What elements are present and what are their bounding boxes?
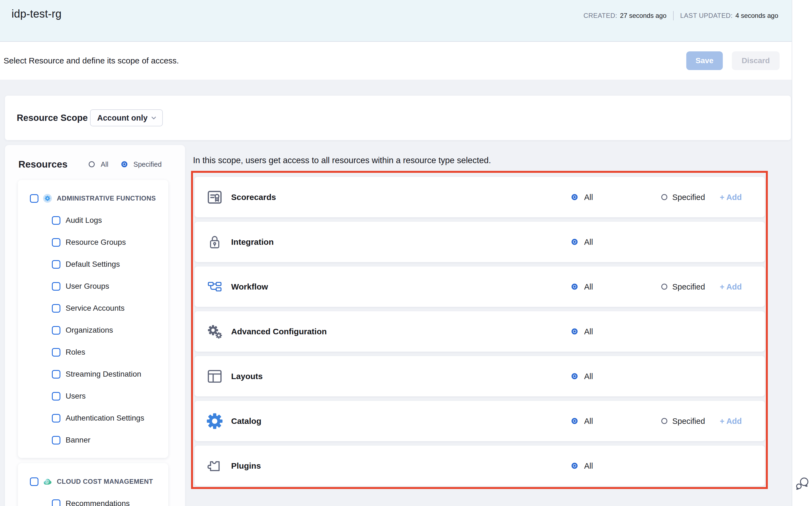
resource-item-row: Banner [18, 429, 168, 451]
radio-option-all[interactable]: All [572, 237, 593, 246]
scope-intro-text: In this scope, users get access to all r… [193, 156, 491, 165]
radio-option-label: All [584, 282, 593, 291]
resource-type-name: Workflow [231, 282, 268, 291]
resource-item-row: Streaming Destination [18, 363, 168, 385]
item-checkbox[interactable] [52, 436, 61, 444]
resource-group-page: idp-test-rg CREATED: 27 seconds ago LAST… [0, 0, 812, 506]
resources-mode-specified[interactable]: Specified [121, 157, 162, 172]
radio-selected[interactable] [572, 194, 578, 200]
item-checkbox[interactable] [52, 282, 61, 290]
group-label: CLOUD COST MANAGEMENT [57, 478, 153, 485]
item-checkbox[interactable] [52, 216, 61, 225]
radio-option-all[interactable]: All [572, 461, 593, 470]
resource-type-row: ScorecardsAllSpecified+ Add [195, 177, 765, 217]
resource-type-row: Advanced ConfigurationAll [195, 311, 765, 352]
radio-option-specified[interactable]: Specified [661, 192, 705, 202]
resource-item-row: User Groups [18, 275, 168, 297]
group-checkbox[interactable] [30, 478, 38, 486]
resource-type-name: Layouts [231, 372, 263, 381]
instruction-text: Select Resource and define its scope of … [4, 56, 179, 65]
item-label: Recommendations [66, 499, 129, 506]
resource-group-header: ADMINISTRATIVE FUNCTIONS [18, 187, 168, 209]
radio-option-all[interactable]: All [572, 416, 593, 425]
radio-option-all[interactable]: All [572, 327, 593, 336]
svg-text:$: $ [46, 480, 48, 484]
radio-option-all[interactable]: All [572, 282, 593, 291]
item-checkbox[interactable] [52, 348, 61, 356]
item-checkbox[interactable] [52, 260, 61, 269]
chevron-down-icon [150, 114, 157, 121]
page-title: idp-test-rg [11, 8, 62, 20]
radio-specified[interactable] [121, 161, 127, 167]
radio-option-label: All [584, 416, 593, 425]
radio-option-label: All [584, 461, 593, 470]
resource-type-name: Integration [231, 237, 274, 247]
item-label: Banner [66, 436, 90, 444]
radio-unselected[interactable] [661, 418, 667, 424]
resource-item-row: Users [18, 385, 168, 407]
item-label: Audit Logs [66, 216, 102, 225]
radio-option-label: All [584, 237, 593, 246]
resource-groups-list: ADMINISTRATIVE FUNCTIONSAudit LogsResour… [18, 180, 168, 506]
puzzle-icon [206, 457, 223, 475]
radio-option-specified[interactable]: Specified [661, 282, 705, 291]
radio-all-label: All [101, 160, 108, 168]
meta-info: CREATED: 27 seconds ago LAST UPDATED: 4 … [584, 11, 778, 20]
save-button[interactable]: Save [686, 51, 723, 70]
group-checkbox[interactable] [30, 194, 38, 203]
item-checkbox[interactable] [52, 370, 61, 378]
radio-selected[interactable] [572, 329, 578, 335]
discard-button[interactable]: Discard [732, 51, 780, 70]
resource-item-row: Resource Groups [18, 231, 168, 253]
item-label: Organizations [66, 326, 113, 335]
radio-selected[interactable] [572, 284, 578, 290]
resource-type-row: LayoutsAll [195, 356, 765, 396]
resource-type-row: IntegrationAll [195, 222, 765, 262]
resources-mode-all[interactable]: All [89, 157, 108, 172]
resource-type-rows: ScorecardsAllSpecified+ AddIntegrationAl… [195, 177, 765, 490]
radio-option-label: All [584, 192, 593, 202]
add-link[interactable]: + Add [720, 282, 742, 291]
resource-item-row: Roles [18, 341, 168, 363]
item-checkbox[interactable] [52, 414, 61, 422]
gears-icon [206, 323, 223, 340]
radio-option-label: Specified [672, 282, 705, 291]
radio-unselected[interactable] [661, 194, 667, 200]
item-label: Streaming Destination [66, 370, 141, 378]
help-chat-icon[interactable] [795, 477, 810, 490]
lock-icon [206, 234, 223, 251]
radio-selected[interactable] [572, 239, 578, 245]
last-updated-value: 4 seconds ago [735, 12, 778, 19]
group-label: ADMINISTRATIVE FUNCTIONS [57, 194, 156, 202]
resource-scope-card: Resource Scope Account only [5, 96, 791, 140]
resource-scope-label: Resource Scope [17, 113, 88, 123]
resource-item-row: Recommendations [18, 493, 168, 506]
radio-option-label: Specified [672, 192, 705, 202]
resource-scope-dropdown[interactable]: Account only [90, 109, 163, 126]
radio-option-all[interactable]: All [572, 372, 593, 381]
radio-all[interactable] [89, 161, 95, 167]
radio-option-label: All [584, 327, 593, 336]
radio-selected[interactable] [572, 418, 578, 424]
add-link[interactable]: + Add [720, 192, 742, 202]
add-link[interactable]: + Add [720, 416, 742, 425]
resource-type-name: Catalog [231, 416, 261, 426]
toolbar-actions: Save Discard [686, 51, 780, 70]
radio-unselected[interactable] [661, 284, 667, 290]
radio-selected[interactable] [572, 373, 578, 380]
resource-type-row: CatalogAllSpecified+ Add [195, 401, 765, 441]
created-label: CREATED: [584, 12, 617, 19]
created-value: 27 seconds ago [620, 12, 666, 19]
radio-option-specified[interactable]: Specified [661, 416, 705, 425]
radio-option-all[interactable]: All [572, 192, 593, 202]
item-checkbox[interactable] [52, 499, 61, 506]
item-checkbox[interactable] [52, 392, 61, 401]
item-label: Roles [66, 348, 85, 356]
radio-selected[interactable] [572, 463, 578, 469]
item-checkbox[interactable] [52, 304, 61, 313]
workflow-icon [206, 278, 223, 295]
item-label: Service Accounts [66, 304, 125, 313]
resources-title: Resources [18, 157, 68, 172]
item-checkbox[interactable] [52, 238, 61, 247]
item-checkbox[interactable] [52, 326, 61, 335]
